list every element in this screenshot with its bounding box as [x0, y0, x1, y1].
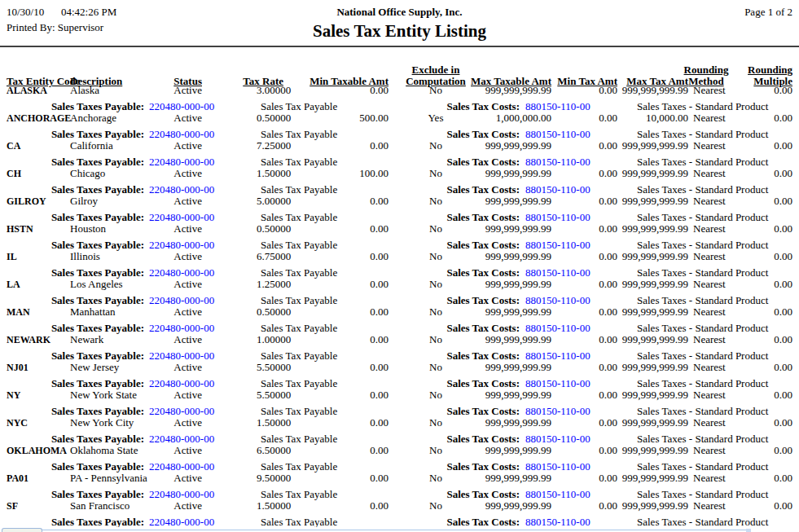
payable-account-description: Sales Tax Payable: [261, 323, 337, 334]
min-tax-amt-value: 0.00: [536, 473, 617, 484]
entity-code: LA: [7, 279, 20, 290]
max-tax-amt-value: 999,999,999.99: [607, 279, 688, 290]
costs-account-description: Sales Taxes - Standard Product: [637, 517, 768, 528]
costs-account-link[interactable]: 880150-110-00: [525, 433, 590, 445]
payable-account-link[interactable]: 220480-000-00: [149, 378, 214, 389]
payable-account-link[interactable]: 220480-000-00: [149, 184, 214, 196]
costs-account-link[interactable]: 880150-110-00: [525, 517, 590, 528]
max-tax-amt-value: 999,999,999.99: [607, 306, 688, 318]
tax-rate-value: 7.25000: [257, 140, 291, 152]
payable-account-link[interactable]: 220480-000-00: [149, 461, 214, 473]
max-tax-amt-value: 999,999,999.99: [607, 473, 688, 484]
entity-account-row: Sales Taxes Payable: 220480-000-00 Sales…: [0, 207, 799, 223]
sales-tax-costs-label: Sales Tax Costs:: [440, 240, 520, 251]
costs-account-link[interactable]: 880150-110-00: [525, 212, 590, 223]
costs-account-link[interactable]: 880150-110-00: [525, 350, 590, 362]
sales-tax-costs-label: Sales Tax Costs:: [440, 184, 520, 196]
payable-account-link[interactable]: 220480-000-00: [149, 433, 214, 445]
costs-account-description: Sales Taxes - Standard Product: [637, 267, 768, 279]
entity-block: NEWARK Newark Active 1.00000 0.00 No 999…: [0, 334, 799, 362]
max-tax-amt-value: 999,999,999.99: [607, 223, 688, 235]
rounding-multiple-value: 0.00: [737, 223, 792, 235]
min-tax-amt-value: 0.00: [536, 223, 617, 235]
costs-account-link[interactable]: 880150-110-00: [525, 461, 590, 473]
entity-account-row: Sales Taxes Payable: 220480-000-00 Sales…: [0, 429, 799, 445]
entity-block: IL Illinois Active 6.75000 0.00 No 999,9…: [0, 251, 799, 279]
page-number: Page 1 of 2: [744, 7, 792, 18]
entity-code: GILROY: [7, 196, 46, 207]
costs-account-link[interactable]: 880150-110-00: [525, 101, 590, 112]
company-name: National Office Supply, Inc.: [0, 7, 799, 18]
tax-rate-value: 1.50000: [257, 500, 291, 512]
payable-account-description: Sales Tax Payable: [261, 212, 337, 223]
entity-block: HSTN Houston Active 0.50000 0.00 No 999,…: [0, 223, 799, 251]
exclude-in-computation-value: No: [399, 251, 472, 262]
payable-account-description: Sales Tax Payable: [261, 350, 337, 362]
entity-description: San Francisco: [70, 500, 130, 512]
entity-code: HSTN: [7, 223, 33, 235]
payable-account-link[interactable]: 220480-000-00: [149, 406, 214, 417]
costs-account-link[interactable]: 880150-110-00: [525, 240, 590, 251]
costs-account-link[interactable]: 880150-110-00: [525, 184, 590, 196]
sales-taxes-payable-label: Sales Taxes Payable:: [49, 156, 144, 168]
min-taxable-amt-value: 0.00: [307, 223, 389, 235]
payable-account-link[interactable]: 220480-000-00: [149, 240, 214, 251]
entity-description: Chicago: [70, 168, 105, 179]
costs-account-link[interactable]: 880150-110-00: [525, 489, 590, 500]
rounding-method-value: Nearest: [693, 389, 726, 401]
entity-description: Illinois: [70, 251, 100, 262]
tax-rate-value: 9.50000: [257, 473, 291, 484]
costs-account-link[interactable]: 880150-110-00: [525, 378, 590, 389]
max-tax-amt-value: 999,999,999.99: [607, 362, 688, 373]
rounding-method-value: Nearest: [693, 196, 726, 207]
min-tax-amt-value: 0.00: [536, 445, 617, 456]
sales-tax-costs-label: Sales Tax Costs:: [440, 433, 520, 445]
costs-account-link[interactable]: 880150-110-00: [525, 267, 590, 279]
entity-account-row: Sales Taxes Payable: 220480-000-00 Sales…: [0, 290, 799, 306]
tax-rate-value: 0.50000: [257, 306, 291, 318]
entity-description: PA - Pennsylvania: [70, 473, 147, 484]
entity-code: CH: [7, 168, 21, 179]
payable-account-link[interactable]: 220480-000-00: [149, 267, 214, 279]
min-taxable-amt-value: 0.00: [307, 473, 389, 484]
report-page: 10/30/10 04:42:26 PM Printed By: Supervi…: [0, 0, 799, 532]
max-tax-amt-value: 999,999,999.99: [607, 251, 688, 262]
entity-code: ALASKA: [7, 85, 47, 96]
status-value: Active: [147, 362, 202, 373]
tax-rate-value: 3.00000: [257, 85, 291, 96]
rounding-method-value: Nearest: [693, 85, 726, 96]
entity-account-row: Sales Taxes Payable: 220480-000-00 Sales…: [0, 456, 799, 473]
costs-account-link[interactable]: 880150-110-00: [525, 129, 590, 140]
entity-description: Houston: [70, 223, 106, 235]
payable-account-link[interactable]: 220480-000-00: [149, 101, 214, 112]
sales-tax-costs-label: Sales Tax Costs:: [440, 156, 520, 168]
horizontal-scrollbar-track[interactable]: [41, 530, 751, 530]
costs-account-link[interactable]: 880150-110-00: [525, 323, 590, 334]
payable-account-description: Sales Tax Payable: [261, 489, 337, 500]
payable-account-link[interactable]: 220480-000-00: [149, 156, 214, 168]
payable-account-link[interactable]: 220480-000-00: [149, 517, 214, 528]
entity-row: CA California Active 7.25000 0.00 No 999…: [0, 140, 799, 152]
costs-account-description: Sales Taxes - Standard Product: [637, 489, 768, 500]
payable-account-link[interactable]: 220480-000-00: [149, 212, 214, 223]
payable-account-link[interactable]: 220480-000-00: [149, 489, 214, 500]
payable-account-link[interactable]: 220480-000-00: [149, 295, 214, 306]
costs-account-link[interactable]: 880150-110-00: [525, 156, 590, 168]
entity-code: NJ01: [7, 362, 29, 373]
payable-account-link[interactable]: 220480-000-00: [149, 323, 214, 334]
max-tax-amt-value: 999,999,999.99: [607, 417, 688, 429]
status-value: Active: [147, 251, 202, 262]
costs-account-link[interactable]: 880150-110-00: [525, 406, 590, 417]
entity-description: Oklahoma State: [70, 445, 138, 456]
min-taxable-amt-value: 0.00: [307, 85, 389, 96]
payable-account-link[interactable]: 220480-000-00: [149, 129, 214, 140]
horizontal-scrollbar-thumb[interactable]: [2, 528, 42, 532]
entity-code: SF: [7, 500, 18, 512]
entity-row: ALASKA Alaska Active 3.00000 0.00 No 999…: [0, 85, 799, 96]
entity-code: ANCHORAGE: [7, 112, 71, 124]
entity-row: OKLAHOMA Oklahoma State Active 6.50000 0…: [0, 445, 799, 456]
payable-account-link[interactable]: 220480-000-00: [149, 350, 214, 362]
costs-account-link[interactable]: 880150-110-00: [525, 295, 590, 306]
sales-taxes-payable-label: Sales Taxes Payable:: [49, 350, 144, 362]
min-taxable-amt-value: 0.00: [307, 334, 389, 345]
